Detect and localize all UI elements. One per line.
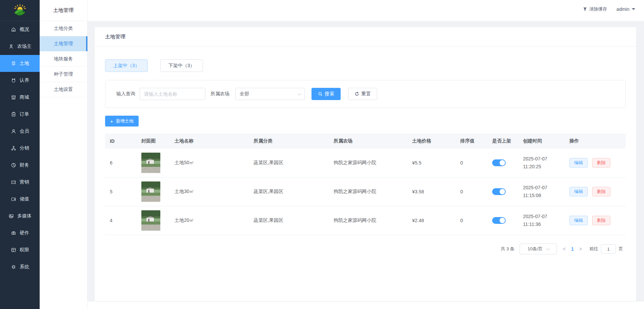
farm-logo-icon <box>13 3 27 18</box>
clear-cache-button[interactable]: 清除缓存 <box>583 6 607 12</box>
edit-button[interactable]: 编辑 <box>569 158 588 168</box>
gear-icon <box>11 264 17 270</box>
search-button[interactable]: 搜索 <box>311 88 341 100</box>
user-menu[interactable]: admin <box>617 6 635 12</box>
nav-item-permission[interactable]: 权限 <box>0 242 40 258</box>
nav-item-mall[interactable]: 商城 <box>0 89 40 106</box>
card-title: 土地管理 <box>95 27 636 46</box>
col-on-sale: 是否上架 <box>487 138 518 144</box>
nav-label: 分销 <box>20 145 29 151</box>
edit-button[interactable]: 编辑 <box>569 187 588 196</box>
row-id: 4 <box>105 218 137 223</box>
farm-label: 所属农场 <box>210 91 229 97</box>
tab-on-sale[interactable]: 上架中（3） <box>105 59 148 72</box>
col-sort: 排序值 <box>456 138 487 144</box>
nav-label: 系统 <box>20 264 29 270</box>
land-cover-image[interactable] <box>141 153 160 173</box>
row-name: 土地30㎡ <box>170 189 249 195</box>
col-name: 土地名称 <box>170 138 249 144</box>
sub-nav-label: 土地管理 <box>54 41 73 47</box>
row-sort: 0 <box>456 218 487 223</box>
row-category: 蔬菜区,果园区 <box>249 217 329 224</box>
reset-button[interactable]: 重置 <box>348 88 377 100</box>
sub-nav-label: 土地设置 <box>54 86 73 93</box>
land-table: ID 封面图 土地名称 所属分类 所属农场 土地价格 排序值 是否上架 创建时间… <box>105 134 626 235</box>
land-manage-card: 土地管理 上架中（3） 下架中（3） 输入查询 所属农场 全部 <box>95 27 636 301</box>
current-page[interactable]: 1 <box>571 246 574 252</box>
goto-page-input[interactable] <box>601 244 616 254</box>
sub-nav-item-land-category[interactable]: 土地分类 <box>40 21 87 36</box>
sub-nav-item-land-settings[interactable]: 土地设置 <box>40 82 87 97</box>
goto-label: 前往 <box>589 246 598 252</box>
card-body: 上架中（3） 下架中（3） 输入查询 所属农场 全部 搜索 <box>95 59 636 254</box>
row-created: 2025-07-0711:11:36 <box>518 213 565 228</box>
nav-item-member[interactable]: 会员 <box>0 123 40 140</box>
land-admin-app: 概况 农场主 土地 认养 商城 订单 <box>0 0 644 309</box>
pie-icon <box>11 162 17 168</box>
nav-item-stored-value[interactable]: 储值 <box>0 191 40 208</box>
row-sort: 0 <box>456 189 487 194</box>
topbar: 清除缓存 admin <box>87 0 644 21</box>
table-row: 5 土地30㎡ <box>105 177 626 206</box>
land-cover-image[interactable] <box>141 181 160 202</box>
nav-item-order[interactable]: 订单 <box>0 106 40 123</box>
nav-item-finance[interactable]: 财务 <box>0 157 40 174</box>
farm-select[interactable]: 全部 <box>235 88 305 100</box>
page-size-select[interactable]: 10条/页 <box>520 244 557 254</box>
on-sale-toggle[interactable] <box>492 159 506 166</box>
chevron-down-icon <box>298 92 301 95</box>
prev-page-button[interactable]: < <box>563 246 566 252</box>
nav-label: 财务 <box>20 162 29 168</box>
col-price: 土地价格 <box>407 138 456 144</box>
sub-nav-label: 土地分类 <box>54 25 73 32</box>
row-created: 2025-07-0711:20:25 <box>518 155 565 171</box>
on-sale-toggle[interactable] <box>492 188 506 195</box>
col-id: ID <box>105 138 137 144</box>
col-farm: 所属农场 <box>329 138 407 144</box>
farm-select-value: 全部 <box>240 91 249 97</box>
nav-item-media[interactable]: 多媒体 <box>0 208 40 225</box>
nav-item-adopt[interactable]: 认养 <box>0 72 40 89</box>
nav-item-distribution[interactable]: 分销 <box>0 140 40 157</box>
order-icon <box>11 111 17 117</box>
add-land-button[interactable]: + 新增土地 <box>105 116 139 127</box>
table-row: 6 土地50㎡ <box>105 149 626 177</box>
delete-button[interactable]: 删除 <box>592 216 610 225</box>
edit-button[interactable]: 编辑 <box>569 216 588 225</box>
query-label: 输入查询 <box>116 91 135 97</box>
username: admin <box>617 6 629 12</box>
sub-sidebar-title: 土地管理 <box>40 0 87 21</box>
tab-off-sale[interactable]: 下架中（3） <box>160 59 203 72</box>
nav-label: 硬件 <box>20 230 29 236</box>
nav-item-land[interactable]: 土地 <box>0 55 40 72</box>
nav-item-farmer[interactable]: 农场主 <box>0 38 40 55</box>
table-header-row: ID 封面图 土地名称 所属分类 所属农场 土地价格 排序值 是否上架 创建时间… <box>105 134 626 149</box>
sub-nav-item-land-manage[interactable]: 土地管理 <box>40 36 87 52</box>
land-cover-image[interactable] <box>141 210 160 231</box>
col-category: 所属分类 <box>249 138 329 144</box>
share-icon <box>11 145 17 151</box>
brand-logo[interactable] <box>0 0 40 21</box>
land-name-input[interactable] <box>140 88 205 100</box>
row-id: 6 <box>105 160 137 166</box>
nav-item-system[interactable]: 系统 <box>0 258 40 275</box>
delete-button[interactable]: 删除 <box>592 158 610 168</box>
caret-down-icon <box>632 8 635 10</box>
on-sale-toggle[interactable] <box>492 217 506 224</box>
sub-nav-item-seed-manage[interactable]: 种子管理 <box>40 67 87 82</box>
search-icon <box>318 92 323 96</box>
total-count: 共 3 条 <box>501 246 514 252</box>
nav-item-hardware[interactable]: 硬件 <box>0 225 40 242</box>
nav-item-overview[interactable]: 概况 <box>0 21 40 38</box>
row-category: 蔬菜区,果园区 <box>249 160 329 166</box>
nav-item-marketing[interactable]: 营销 <box>0 174 40 191</box>
delete-button[interactable]: 删除 <box>592 187 610 196</box>
member-icon <box>11 128 17 134</box>
row-farm: 狗凯之家源码网小院 <box>329 160 407 166</box>
content-area: 土地管理 上架中（3） 下架中（3） 输入查询 所属农场 全部 <box>87 21 644 309</box>
sub-nav-item-plot-service[interactable]: 地块服务 <box>40 52 87 67</box>
chevron-down-icon <box>546 247 550 250</box>
wallet-icon <box>11 196 17 202</box>
next-page-button[interactable]: > <box>579 246 582 252</box>
row-sort: 0 <box>456 160 487 166</box>
